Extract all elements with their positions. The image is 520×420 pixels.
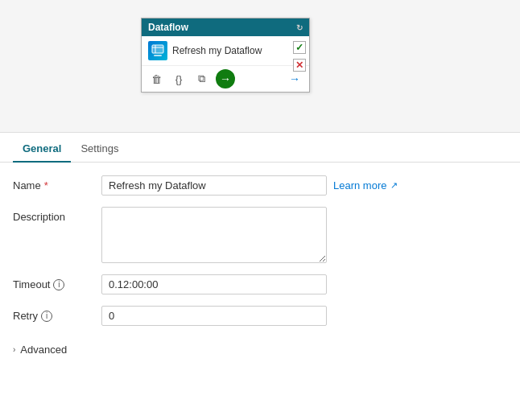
tab-settings[interactable]: Settings xyxy=(71,136,128,163)
retry-info-icon[interactable]: i xyxy=(41,311,52,322)
name-input-area: Learn more ↗ xyxy=(101,175,507,196)
timeout-row: Timeout i xyxy=(13,274,507,294)
advanced-label: Advanced xyxy=(20,344,67,356)
card-title: Dataflow xyxy=(148,22,188,33)
name-label: Name * xyxy=(13,175,101,191)
tab-general[interactable]: General xyxy=(13,136,71,163)
timeout-input-area xyxy=(101,274,507,294)
description-input[interactable] xyxy=(101,207,327,263)
card-error: ✕ xyxy=(293,59,306,72)
svg-rect-0 xyxy=(152,45,163,53)
advanced-section[interactable]: › Advanced xyxy=(0,337,520,362)
delete-button[interactable]: 🗑 xyxy=(148,71,164,87)
timeout-input[interactable] xyxy=(101,274,327,294)
canvas-area: Dataflow ↻ Refresh my Dataflow ✓ ✕ xyxy=(0,0,520,133)
form-area: Name * Learn more ↗ Description Timeout … xyxy=(0,163,520,326)
error-icon: ✕ xyxy=(295,60,303,71)
go-button[interactable]: → xyxy=(216,69,235,89)
card-header: Dataflow ↻ xyxy=(142,19,309,36)
description-input-area xyxy=(101,207,507,263)
learn-more-link[interactable]: Learn more ↗ xyxy=(333,179,398,191)
retry-label: Retry i xyxy=(13,306,101,322)
retry-input-area xyxy=(101,306,507,326)
description-label: Description xyxy=(13,207,101,223)
name-required: * xyxy=(44,179,48,191)
copy-button[interactable]: ⧉ xyxy=(193,71,209,87)
svg-rect-4 xyxy=(154,55,162,56)
timeout-label: Timeout i xyxy=(13,274,101,290)
name-row: Name * Learn more ↗ xyxy=(13,175,507,196)
retry-row: Retry i xyxy=(13,306,507,326)
tabs-area: General Settings xyxy=(0,136,520,163)
description-row: Description xyxy=(13,207,507,263)
timeout-info-icon[interactable]: i xyxy=(53,279,64,290)
name-input[interactable] xyxy=(101,175,327,196)
dataflow-icon xyxy=(148,41,167,60)
card-body: Refresh my Dataflow ✓ ✕ xyxy=(142,36,309,66)
card-refresh-icon: ↻ xyxy=(296,23,303,32)
check-icon: ✓ xyxy=(295,42,303,53)
arrow-button[interactable]: → xyxy=(287,71,303,87)
card-check: ✓ xyxy=(293,41,306,54)
retry-input[interactable] xyxy=(101,306,327,326)
card-action-label: Refresh my Dataflow xyxy=(172,45,303,56)
chevron-icon: › xyxy=(13,345,15,354)
external-link-icon: ↗ xyxy=(390,180,398,191)
card-actions: 🗑 {} ⧉ → → xyxy=(142,66,309,92)
dataflow-card: Dataflow ↻ Refresh my Dataflow ✓ ✕ xyxy=(141,18,310,93)
code-button[interactable]: {} xyxy=(171,71,187,87)
